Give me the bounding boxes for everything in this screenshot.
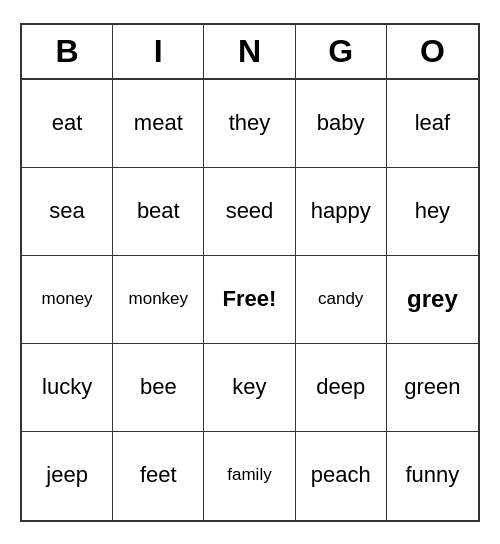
bingo-cell-21[interactable]: feet bbox=[113, 432, 204, 520]
bingo-cell-17[interactable]: key bbox=[204, 344, 295, 432]
bingo-cell-22[interactable]: family bbox=[204, 432, 295, 520]
header-letter-g: G bbox=[296, 25, 387, 78]
bingo-cell-9[interactable]: hey bbox=[387, 168, 478, 256]
bingo-cell-20[interactable]: jeep bbox=[22, 432, 113, 520]
bingo-cell-6[interactable]: beat bbox=[113, 168, 204, 256]
header-letter-o: O bbox=[387, 25, 478, 78]
bingo-cell-10[interactable]: money bbox=[22, 256, 113, 344]
bingo-cell-14[interactable]: grey bbox=[387, 256, 478, 344]
bingo-cell-18[interactable]: deep bbox=[296, 344, 387, 432]
bingo-cell-13[interactable]: candy bbox=[296, 256, 387, 344]
bingo-card: BINGO eatmeattheybabyleafseabeatseedhapp… bbox=[20, 23, 480, 522]
bingo-cell-5[interactable]: sea bbox=[22, 168, 113, 256]
bingo-cell-12[interactable]: Free! bbox=[204, 256, 295, 344]
bingo-cell-7[interactable]: seed bbox=[204, 168, 295, 256]
bingo-header: BINGO bbox=[22, 25, 478, 80]
bingo-cell-15[interactable]: lucky bbox=[22, 344, 113, 432]
bingo-grid: eatmeattheybabyleafseabeatseedhappyheymo… bbox=[22, 80, 478, 520]
bingo-cell-24[interactable]: funny bbox=[387, 432, 478, 520]
bingo-cell-0[interactable]: eat bbox=[22, 80, 113, 168]
bingo-cell-11[interactable]: monkey bbox=[113, 256, 204, 344]
bingo-cell-3[interactable]: baby bbox=[296, 80, 387, 168]
bingo-cell-19[interactable]: green bbox=[387, 344, 478, 432]
bingo-cell-2[interactable]: they bbox=[204, 80, 295, 168]
header-letter-n: N bbox=[204, 25, 295, 78]
bingo-cell-8[interactable]: happy bbox=[296, 168, 387, 256]
bingo-cell-1[interactable]: meat bbox=[113, 80, 204, 168]
bingo-cell-23[interactable]: peach bbox=[296, 432, 387, 520]
header-letter-i: I bbox=[113, 25, 204, 78]
header-letter-b: B bbox=[22, 25, 113, 78]
bingo-cell-16[interactable]: bee bbox=[113, 344, 204, 432]
bingo-cell-4[interactable]: leaf bbox=[387, 80, 478, 168]
